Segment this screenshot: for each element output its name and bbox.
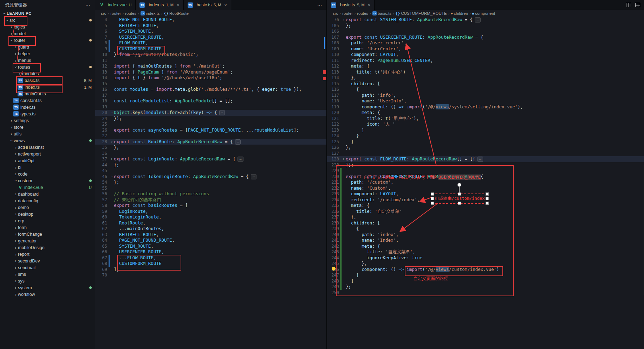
tab-basic-ts[interactable]: TSbasic.ts5, M× (184, 0, 231, 10)
tree-item-erp[interactable]: ›erp (0, 217, 95, 224)
code-line-18[interactable]: 18const routeModuleList: AppRouteModule[… (95, 98, 326, 104)
line-number[interactable]: 121 (327, 116, 339, 122)
line-number[interactable]: 9 (95, 46, 107, 52)
tree-item-basic.ts[interactable]: TSbasic.ts5, M (0, 77, 95, 84)
code-line-14[interactable]: 14import { t } from '/@/hooks/web/useI18… (95, 75, 326, 81)
line-number[interactable]: 19 (95, 104, 107, 110)
code-line-5[interactable]: 5 REDIRECT_ROUTE, (95, 23, 326, 29)
line-number[interactable]: 27 (95, 133, 107, 139)
editor-actions-more-icon[interactable]: ⋯ (313, 2, 326, 8)
line-number[interactable]: 235 (327, 203, 339, 209)
code-line-249[interactable]: 249}; (327, 284, 644, 290)
tab-index-ts[interactable]: TSindex.ts1, M× (136, 0, 183, 10)
code-line-58[interactable]: 58export const basicRoutes = [ (95, 203, 326, 209)
line-number[interactable]: 238 (327, 220, 339, 226)
line-number[interactable]: 242 (327, 243, 339, 249)
line-number[interactable]: 245 (327, 261, 339, 267)
line-number[interactable]: 17 (95, 93, 107, 99)
tree-item-acthitaskinst[interactable]: ›actHiTaskinst (0, 144, 95, 151)
code-line-107[interactable]: 107export const USERCENTER_ROUTE: AppRou… (327, 34, 644, 40)
code-line-37[interactable]: 37›export const LoginRoute: AppRouteReco… (95, 156, 326, 162)
close-icon[interactable]: × (224, 2, 227, 8)
line-number[interactable]: 239 (327, 226, 339, 232)
code-line-228[interactable]: 228}]; (327, 162, 644, 168)
code-line-234[interactable]: 234 redirect: '/custom/index', (327, 197, 644, 203)
code-line-128[interactable]: 128›export const FLOW_ROUTE: AppRouteRec… (327, 156, 644, 162)
line-number[interactable]: 6 (95, 28, 107, 34)
code-line-64[interactable]: 64 PAGE_NOT_FOUND_ROUTE, (95, 237, 326, 243)
breadcrumb-item-customform-route[interactable]: {}CUSTOMFORM_ROUTE (396, 11, 447, 15)
code-line-122[interactable]: 122 icon: '人 ' (327, 121, 644, 127)
code-line-60[interactable]: 60 TokenLoginRoute, (95, 214, 326, 220)
code-line-11[interactable]: 11 (95, 58, 326, 64)
breadcrumb-item-index.ts[interactable]: TSindex.ts (141, 11, 160, 15)
tree-item-settings[interactable]: ›settings (0, 117, 95, 124)
tree-item-index.ts[interactable]: TSindex.ts (0, 104, 95, 110)
tree-item-dashboard[interactable]: ›dashboard (0, 191, 95, 197)
code-line-247[interactable]: 247 } (327, 272, 644, 278)
code-editor-right[interactable]: 76›export const SYSTEM_ROUTE: AppRouteRe… (327, 17, 644, 349)
tree-item-auditopt[interactable]: ›auditOpt (0, 157, 95, 164)
line-number[interactable]: 112 (327, 63, 339, 69)
tree-item-logics[interactable]: ›logics (0, 24, 95, 30)
line-number[interactable]: 28 (95, 139, 107, 145)
tree-item-formchange[interactable]: ›formChange (0, 231, 95, 237)
breadcrumb-item-routes[interactable]: routes (125, 11, 136, 15)
code-line-55[interactable]: 55 (95, 185, 326, 191)
code-line-244[interactable]: 244 ignoreKeepAlive: true (327, 255, 644, 261)
tree-item-form[interactable]: ›form (0, 224, 95, 231)
tree-item-store[interactable]: ›store (0, 124, 95, 131)
explorer-more-icon[interactable]: ⋯ (85, 2, 90, 8)
breadcrumb-item-src[interactable]: src (101, 11, 106, 15)
tree-item-demo[interactable]: ›demo (0, 204, 95, 211)
code-line-236[interactable]: 236 title: '自定义菜单' (327, 209, 644, 215)
line-number[interactable]: 108 (327, 40, 339, 46)
tree-item-views[interactable]: ›views (0, 137, 95, 144)
line-number[interactable]: 14 (95, 75, 107, 81)
line-number[interactable]: 4 (95, 17, 107, 23)
line-number[interactable]: 58 (95, 203, 107, 209)
line-number[interactable]: 113 (327, 69, 339, 75)
line-number[interactable]: 106 (327, 28, 339, 34)
code-line-106[interactable]: 106 (327, 28, 644, 34)
code-line-115[interactable]: 115 children: [ (327, 81, 644, 87)
tree-item-bi[interactable]: ›bi (0, 164, 95, 171)
breadcrumb-item-component[interactable]: ■component (472, 11, 495, 15)
breadcrumb-item-router[interactable]: router (110, 11, 121, 15)
tree-item-activereport[interactable]: ›activereport (0, 151, 95, 157)
tree-item-menus[interactable]: ›menus (0, 57, 95, 64)
breadcrumb-item-routes[interactable]: routes (357, 11, 368, 15)
line-number[interactable]: 233 (327, 191, 339, 197)
code-line-123[interactable]: 123 } (327, 127, 644, 133)
line-number[interactable]: 56 (95, 191, 107, 197)
breadcrumb-item-children[interactable]: ◆children (451, 11, 468, 15)
line-number[interactable]: 126 (327, 145, 339, 151)
line-number[interactable]: 15 (95, 81, 107, 87)
code-line-46[interactable]: 46›export const TokenLoginRoute: AppRout… (95, 174, 326, 180)
line-number[interactable]: 66 (95, 249, 107, 255)
line-number[interactable]: 111 (327, 58, 339, 64)
fold-chevron-icon[interactable]: › (110, 174, 114, 180)
line-number[interactable]: 10 (95, 52, 107, 58)
code-line-36[interactable]: 36 (95, 151, 326, 157)
code-line-6[interactable]: 6 SYSTEM_ROUTE, (95, 28, 326, 34)
code-line-17[interactable]: 17 (95, 93, 326, 99)
tree-item-helper[interactable]: ›helper (0, 50, 95, 57)
line-number[interactable]: 122 (327, 121, 339, 127)
code-line-27[interactable]: 27 (95, 133, 326, 139)
tree-item-routes[interactable]: ›routes (0, 64, 95, 70)
code-line-120[interactable]: 120 meta: { (327, 110, 644, 116)
code-line-35[interactable]: 35}; (95, 145, 326, 151)
code-line-233[interactable]: 233 component: LAYOUT, (327, 191, 644, 197)
line-number[interactable]: 70 (95, 272, 107, 278)
code-line-232[interactable]: 232 name: 'Custom', (327, 185, 644, 191)
line-number[interactable]: 16 (95, 87, 107, 93)
line-number[interactable]: 25 (95, 121, 107, 127)
tree-item-custom[interactable]: ›custom (0, 177, 95, 184)
code-line-24[interactable]: 24}); (95, 116, 326, 122)
tree-item-mainout.ts[interactable]: TSmainOut.ts (0, 90, 95, 97)
tab-index-vue[interactable]: Vindex.vueU (95, 0, 136, 10)
tree-item-generator[interactable]: ›generator (0, 237, 95, 244)
tree-item-model[interactable]: ›model (0, 30, 95, 37)
code-line-28[interactable]: 28›export const RootRoute: AppRouteRecor… (95, 139, 326, 145)
